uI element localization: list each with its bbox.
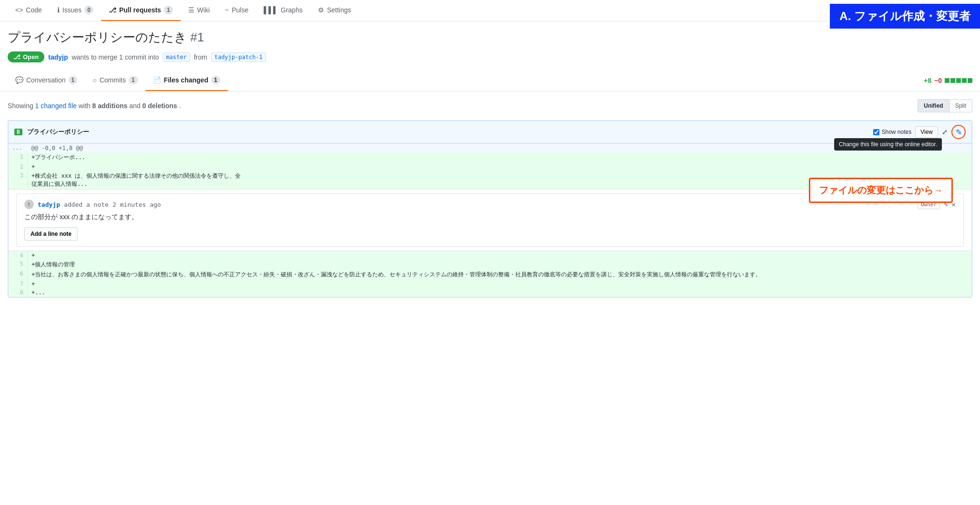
nav-graphs[interactable]: ▌▌▌ Graphs [256, 0, 310, 20]
pr-title: プライバシーポリシーのたたき #1 [8, 29, 972, 46]
diff-line-8: 8 +... [9, 288, 972, 297]
tab-conversation[interactable]: 💬 Conversation 1 [8, 70, 85, 91]
open-icon: ⎇ [13, 53, 20, 61]
diff-hunk-label: @@ -0,0 +1,8 @@ [28, 144, 972, 153]
stat-deletions: −0 [934, 77, 942, 84]
settings-icon: ⚙ [318, 6, 324, 14]
file-header: 8 プライバシーポリシー Change this file using the … [8, 121, 972, 143]
diff-line-5: 5 +個人情報の管理 [9, 260, 972, 270]
diff-line-2: 2 + [9, 162, 972, 171]
note-username[interactable]: tadyjp [38, 201, 60, 208]
pulse-icon: ~ [225, 6, 229, 14]
show-notes-checkbox[interactable] [873, 129, 879, 135]
diff-hunk-row: ... @@ -0,0 +1,8 @@ [9, 144, 972, 153]
files-area: Showing 1 changed file with 8 additions … [0, 91, 980, 305]
stat-blocks [945, 78, 972, 83]
view-button[interactable]: View [915, 126, 938, 138]
graphs-icon: ▌▌▌ [264, 6, 278, 14]
annotation-overlay: ファイルの変更はここから→ [809, 178, 953, 203]
code-icon: <> [15, 6, 23, 14]
file-actions: Change this file using the online editor… [873, 125, 966, 139]
split-view-button[interactable]: Split [949, 99, 972, 112]
head-branch[interactable]: tadyjp-patch-1 [211, 52, 266, 62]
nav-settings[interactable]: ⚙ Settings [310, 0, 359, 20]
tooltip: Change this file using the online editor… [834, 138, 942, 151]
tab-commits[interactable]: ○ Commits 1 [85, 70, 145, 91]
pencil-icon[interactable]: ✎ [951, 125, 966, 139]
issues-icon: ℹ [57, 6, 60, 14]
base-branch[interactable]: master [163, 52, 190, 62]
diff-line-6: 6 +当社は、お客さまの個人情報を正確かつ最新の状態に保ち、個人情報への不正アク… [9, 270, 972, 280]
diff-line-7: 7 + [9, 280, 972, 288]
conversation-icon: 💬 [15, 76, 23, 84]
show-notes-checkbox-area: Show notes [873, 129, 911, 135]
wiki-icon: ☰ [188, 6, 194, 14]
commits-icon: ○ [92, 76, 96, 84]
files-summary: Showing 1 changed file with 8 additions … [8, 102, 181, 110]
nav-code[interactable]: <> Code [8, 0, 50, 20]
file-line-count: 8 [14, 129, 22, 135]
diff-line-4: 4 + [9, 251, 972, 260]
nav-pulse[interactable]: ~ Pulse [217, 0, 256, 20]
files-summary-row: Showing 1 changed file with 8 additions … [8, 99, 972, 112]
expand-icon[interactable]: ⤢ [942, 128, 948, 136]
pr-meta: ⎇ Open tadyjp wants to merge 1 commit in… [8, 51, 972, 62]
nav-pull-requests[interactable]: ⎇ Pull requests 1 [101, 0, 181, 21]
diff-view-buttons: Unified Split [918, 99, 972, 112]
pr-status-badge: ⎇ Open [8, 51, 44, 62]
unified-view-button[interactable]: Unified [918, 99, 949, 112]
nav-issues[interactable]: ℹ Issues 0 [50, 0, 101, 21]
note-body: この部分が xxx のままになってます。 [24, 213, 956, 222]
add-line-note-button[interactable]: Add a line note [24, 227, 78, 241]
avatar: t [24, 200, 34, 209]
diff-table: ... @@ -0,0 +1,8 @@ 1 +プライバシーポ... 2 + [8, 143, 972, 297]
files-icon: 📄 [153, 76, 161, 84]
diff-stats: +8 −0 [924, 77, 972, 84]
tab-files-changed[interactable]: 📄 Files changed 1 [145, 70, 228, 91]
pr-icon: ⎇ [109, 6, 116, 14]
diff-expander[interactable]: ... [9, 144, 28, 153]
file-name: プライバシーポリシー [27, 128, 89, 136]
stat-additions: +8 [924, 77, 931, 84]
file-block: 8 プライバシーポリシー Change this file using the … [8, 120, 972, 298]
diff-line-1: 1 +プライバシーポ... [9, 152, 972, 162]
annotation-top-right: A. ファイル作成・変更者 [830, 4, 980, 29]
nav-wiki[interactable]: ☰ Wiki [181, 0, 217, 20]
pr-tabs: 💬 Conversation 1 ○ Commits 1 📄 Files cha… [0, 70, 980, 91]
